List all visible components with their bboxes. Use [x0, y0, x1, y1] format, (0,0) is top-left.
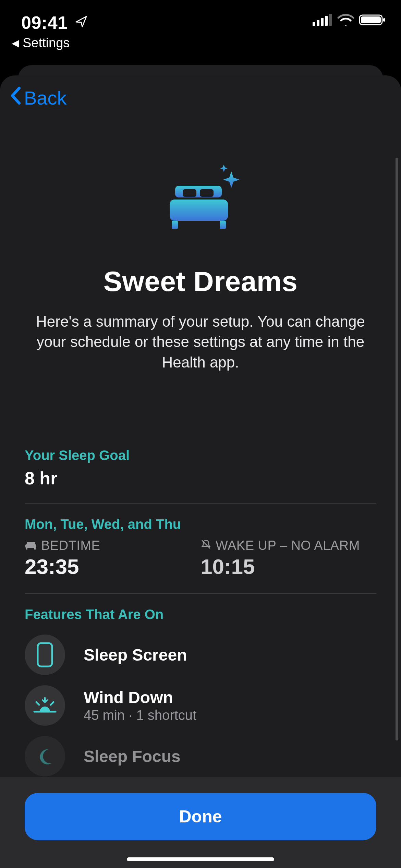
- battery-icon: [359, 14, 386, 27]
- svg-rect-8: [175, 186, 222, 197]
- bedtime-label: BEDTIME: [41, 538, 100, 553]
- moon-icon: [25, 736, 65, 776]
- feature-row-sleep-screen: Sleep Screen: [25, 635, 376, 675]
- wakeup-value: 10:15: [200, 554, 376, 579]
- svg-rect-6: [361, 16, 381, 23]
- back-label: Back: [24, 87, 67, 109]
- status-time: 09:41: [21, 12, 68, 33]
- divider: [25, 593, 376, 594]
- feature-row-sleep-focus: Sleep Focus: [25, 736, 376, 776]
- bed-small-icon: [25, 538, 37, 553]
- done-label: Done: [179, 807, 222, 827]
- features-section: Features That Are On Sleep Screen: [25, 607, 376, 776]
- svg-line-23: [51, 702, 53, 705]
- schedule-section: Mon, Tue, Wed, and Thu BEDTIME 23:35: [25, 517, 376, 579]
- svg-rect-3: [325, 16, 328, 26]
- footer-bar: Done: [0, 777, 401, 868]
- feature-title: Sleep Focus: [84, 747, 181, 766]
- bedtime-value: 23:35: [25, 554, 200, 579]
- svg-rect-19: [38, 643, 52, 666]
- svg-rect-15: [26, 548, 27, 550]
- svg-line-22: [36, 702, 39, 705]
- cellular-signal-icon: [313, 14, 332, 27]
- phone-outline-icon: [25, 635, 65, 675]
- hero-title: Sweet Dreams: [27, 265, 374, 298]
- divider: [25, 503, 376, 504]
- scroll-area[interactable]: Back: [0, 75, 401, 777]
- svg-rect-9: [183, 189, 196, 197]
- home-indicator[interactable]: [127, 857, 274, 861]
- wifi-icon: [337, 14, 354, 27]
- sleep-goal-value: 8 hr: [25, 468, 376, 489]
- feature-subtitle: 45 min · 1 shortcut: [84, 708, 196, 723]
- svg-rect-7: [383, 18, 385, 22]
- svg-rect-4: [329, 14, 332, 26]
- sunset-icon: [25, 685, 65, 726]
- bed-sparkle-icon: [156, 161, 245, 238]
- svg-rect-0: [313, 22, 315, 26]
- return-to-app-button[interactable]: ◀ Settings: [12, 36, 70, 50]
- chevron-left-icon: [9, 86, 23, 110]
- wakeup-label: WAKE UP – NO ALARM: [216, 538, 360, 553]
- done-button[interactable]: Done: [25, 793, 376, 840]
- svg-rect-14: [25, 544, 36, 548]
- svg-rect-1: [317, 20, 319, 26]
- bell-off-icon: [200, 538, 211, 553]
- location-arrow-icon: [75, 14, 88, 29]
- svg-rect-12: [172, 221, 178, 229]
- return-to-app-label: Settings: [23, 36, 70, 50]
- svg-rect-10: [200, 189, 214, 197]
- svg-rect-16: [34, 548, 36, 550]
- feature-title: Wind Down: [84, 688, 196, 707]
- sleep-goal-section: Your Sleep Goal 8 hr: [25, 448, 376, 489]
- back-button[interactable]: Back: [9, 86, 67, 110]
- features-label: Features That Are On: [25, 607, 376, 622]
- svg-rect-13: [220, 221, 226, 229]
- feature-row-wind-down: Wind Down 45 min · 1 shortcut: [25, 685, 376, 726]
- feature-title: Sleep Screen: [84, 646, 187, 664]
- return-caret-icon: ◀: [12, 38, 19, 48]
- scroll-indicator[interactable]: [396, 158, 398, 740]
- svg-rect-2: [321, 18, 324, 26]
- svg-rect-11: [170, 200, 228, 221]
- hero-subtitle: Here's a summary of your setup. You can …: [27, 311, 374, 372]
- sleep-goal-label: Your Sleep Goal: [25, 448, 376, 463]
- main-sheet: Back: [0, 75, 401, 868]
- schedule-days-label: Mon, Tue, Wed, and Thu: [25, 517, 376, 532]
- svg-rect-17: [27, 542, 35, 544]
